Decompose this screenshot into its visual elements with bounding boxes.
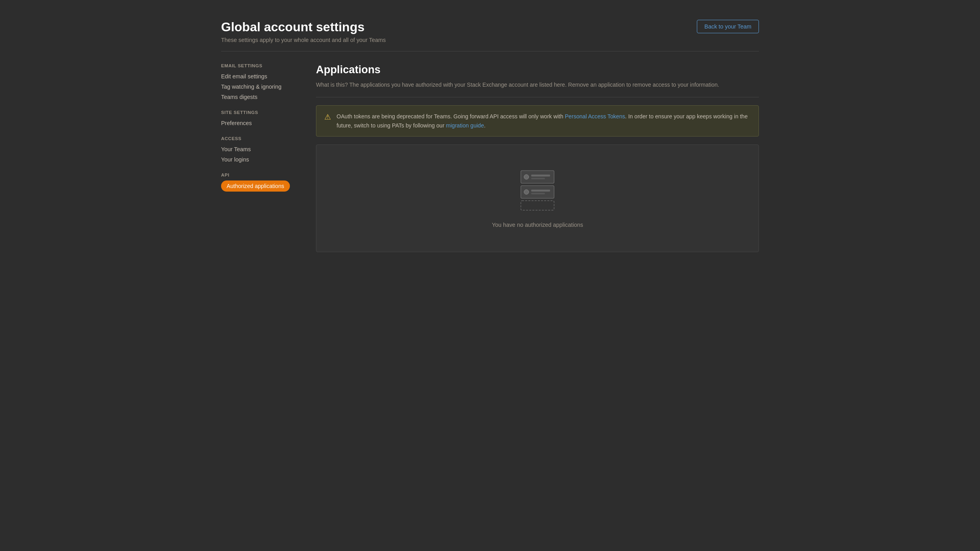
sidebar-item-your-logins[interactable]: Your logins [221, 154, 300, 165]
applications-title: Applications [316, 63, 759, 76]
oauth-warning-box: ⚠ OAuth tokens are being deprecated for … [316, 105, 759, 137]
sidebar-item-tag-watching[interactable]: Tag watching & ignoring [221, 82, 300, 92]
sidebar-section-access: ACCESS [221, 136, 300, 141]
warning-icon: ⚠ [324, 112, 331, 122]
sidebar-section-site-settings: SITE SETTINGS [221, 110, 300, 115]
sidebar-section-email-settings: EMAIL SETTINGS [221, 63, 300, 68]
personal-access-tokens-link[interactable]: Personal Access Tokens [565, 113, 625, 120]
empty-state-illustration [518, 169, 557, 214]
sidebar-section-api: API [221, 173, 300, 177]
sidebar-item-teams-digests[interactable]: Teams digests [221, 92, 300, 102]
svg-point-5 [524, 190, 529, 194]
sidebar-item-authorized-applications[interactable]: Authorized applications [221, 180, 290, 192]
page-title: Global account settings [221, 20, 386, 34]
svg-rect-3 [531, 178, 545, 179]
sidebar-item-your-teams[interactable]: Your Teams [221, 144, 300, 154]
main-layout: EMAIL SETTINGS Edit email settings Tag w… [221, 63, 759, 252]
empty-state-box: You have no authorized applications [316, 144, 759, 252]
content-area: Applications What is this? The applicati… [316, 63, 759, 252]
applications-description: What is this? The applications you have … [316, 81, 759, 89]
svg-rect-8 [521, 201, 554, 210]
sidebar: EMAIL SETTINGS Edit email settings Tag w… [221, 63, 300, 252]
warning-text: OAuth tokens are being deprecated for Te… [337, 112, 751, 130]
page-container: Global account settings These settings a… [205, 8, 775, 264]
header-left: Global account settings These settings a… [221, 20, 386, 43]
migration-guide-link[interactable]: migration guide [446, 122, 484, 129]
empty-state-message: You have no authorized applications [492, 222, 583, 228]
back-to-team-button[interactable]: Back to your Team [697, 20, 759, 33]
svg-rect-6 [531, 190, 550, 192]
page-header: Global account settings These settings a… [221, 20, 759, 51]
warning-text-after: . [484, 122, 486, 129]
svg-rect-7 [531, 193, 545, 194]
warning-text-before: OAuth tokens are being deprecated for Te… [337, 113, 565, 120]
svg-point-1 [524, 175, 529, 179]
content-divider [316, 97, 759, 97]
sidebar-item-edit-email[interactable]: Edit email settings [221, 71, 300, 82]
sidebar-item-preferences[interactable]: Preferences [221, 118, 300, 128]
svg-rect-2 [531, 175, 550, 177]
page-subtitle: These settings apply to your whole accou… [221, 37, 386, 43]
